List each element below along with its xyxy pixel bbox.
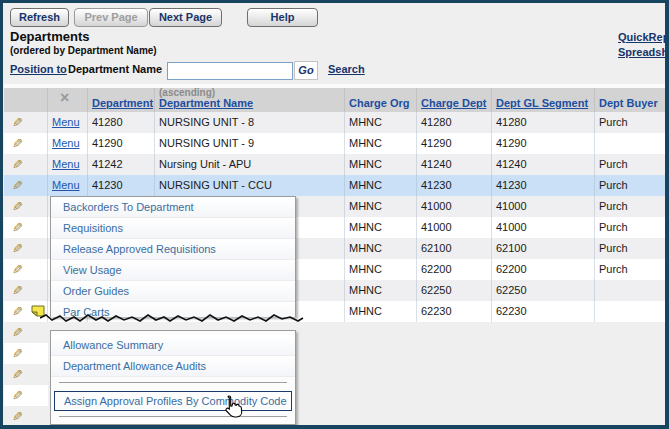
cell-charge-org: MHNC: [345, 154, 417, 175]
header-charge-org: Charge Org: [349, 97, 410, 109]
edit-pencil-icon[interactable]: ✎: [12, 259, 23, 280]
cell-dept-buyer: Purch: [595, 112, 665, 133]
position-to-link[interactable]: Position to: [10, 63, 67, 75]
row-menu-link[interactable]: Menu: [52, 137, 80, 149]
edit-pencil-icon[interactable]: ✎: [12, 217, 23, 238]
menu-item-department-allowance-audits[interactable]: Department Allowance Audits: [51, 356, 295, 377]
header-department-name[interactable]: Department Name: [159, 97, 253, 109]
cell-charge-dept: 62200: [417, 259, 492, 280]
app-window: Refresh Prev Page Next Page Help Departm…: [0, 0, 669, 429]
menu-item-backorders[interactable]: Backorders To Department: [51, 197, 295, 218]
spreadsheet-link[interactable]: Spreadsh: [618, 46, 667, 58]
search-link[interactable]: Search: [328, 63, 365, 75]
cell-dept-buyer: Purch: [595, 175, 665, 196]
cell-charge-dept: 41240: [417, 154, 492, 175]
edit-pencil-icon[interactable]: ✎: [12, 322, 23, 343]
cell-department: 41230: [88, 175, 155, 196]
edit-pencil-icon[interactable]: ✎: [12, 133, 23, 154]
cell-charge-dept: 41230: [417, 175, 492, 196]
help-button[interactable]: Help: [247, 8, 318, 27]
cell-charge-dept: 41000: [417, 217, 492, 238]
cell-charge-dept: 62230: [417, 301, 492, 322]
edit-pencil-icon[interactable]: ✎: [12, 280, 23, 301]
menu-item-allowance-summary[interactable]: Allowance Summary: [51, 335, 295, 356]
cell-charge-dept: 41290: [417, 133, 492, 154]
menu-item-view-usage[interactable]: View Usage: [51, 260, 295, 281]
cell-gl-segment: 41000: [492, 217, 595, 238]
cell-charge-dept: 62100: [417, 238, 492, 259]
next-page-button[interactable]: Next Page: [149, 8, 222, 27]
context-menu-top: Backorders To Department Requisitions Re…: [50, 196, 296, 317]
edit-pencil-icon[interactable]: ✎: [12, 112, 23, 133]
cell-dept-buyer: [595, 280, 665, 301]
cell-department: 41280: [88, 112, 155, 133]
cell-dept-buyer: Purch: [595, 238, 665, 259]
cell-charge-org: MHNC: [345, 301, 417, 322]
cell-gl-segment: 62200: [492, 259, 595, 280]
cell-dept-buyer: [595, 133, 665, 154]
cell-gl-segment: 41280: [492, 112, 595, 133]
header-charge-dept[interactable]: Charge Dept: [421, 97, 486, 109]
prev-page-button: Prev Page: [74, 8, 148, 27]
cell-gl-segment: 41240: [492, 154, 595, 175]
row-menu-link-open[interactable]: Menu: [52, 179, 80, 191]
cell-department-name: NURSING UNIT - 8: [155, 112, 345, 133]
cell-department-name: Nursing Unit - APU: [155, 154, 345, 175]
refresh-button[interactable]: Refresh: [10, 8, 69, 27]
cell-gl-segment: 41290: [492, 133, 595, 154]
note-icon[interactable]: [30, 304, 46, 318]
go-button[interactable]: Go: [294, 61, 318, 80]
cell-charge-org: MHNC: [345, 175, 417, 196]
quick-report-link[interactable]: QuickRep: [618, 31, 667, 43]
cell-dept-buyer: [595, 301, 665, 322]
cell-gl-segment: 41000: [492, 196, 595, 217]
menu-item-requisitions[interactable]: Requisitions: [51, 218, 295, 239]
cell-charge-dept: 41000: [417, 196, 492, 217]
page-title: Departments: [10, 29, 89, 44]
cell-gl-segment: 62100: [492, 238, 595, 259]
table-row: ✎ Menu 41290 NURSING UNIT - 9 MHNC 41290…: [4, 133, 665, 154]
edit-pencil-icon[interactable]: ✎: [12, 343, 23, 364]
edit-pencil-icon[interactable]: ✎: [12, 406, 23, 427]
header-dept-buyer: Dept Buyer: [599, 97, 658, 109]
cell-gl-segment: 41230: [492, 175, 595, 196]
menu-item-assign-approval-profiles[interactable]: Assign Approval Profiles By Commodity Co…: [54, 391, 292, 411]
header-gl-segment[interactable]: Dept GL Segment: [496, 97, 588, 109]
context-menu-bottom: Allowance Summary Department Allowance A…: [50, 330, 296, 425]
cell-charge-org: MHNC: [345, 112, 417, 133]
position-input[interactable]: [167, 62, 293, 80]
cell-charge-dept: 41280: [417, 112, 492, 133]
table-row: ✎ Menu 41280 NURSING UNIT - 8 MHNC 41280…: [4, 112, 665, 133]
header-department[interactable]: Department: [92, 97, 153, 109]
edit-pencil-icon[interactable]: ✎: [12, 301, 23, 322]
edit-pencil-icon[interactable]: ✎: [12, 238, 23, 259]
cell-department: 41242: [88, 154, 155, 175]
menu-item-order-guides[interactable]: Order Guides: [51, 281, 295, 302]
position-field-label: Department Name: [68, 63, 162, 75]
cell-charge-org: MHNC: [345, 280, 417, 301]
edit-pencil-icon[interactable]: ✎: [12, 175, 23, 196]
edit-pencil-icon[interactable]: ✎: [12, 364, 23, 385]
cell-department: 41290: [88, 133, 155, 154]
cell-gl-segment: 62230: [492, 301, 595, 322]
row-menu-link[interactable]: Menu: [52, 116, 80, 128]
remove-x-icon[interactable]: ×: [60, 89, 69, 107]
cell-gl-segment: 62250: [492, 280, 595, 301]
menu-item-release-approved-requisitions[interactable]: Release Approved Requisitions: [51, 239, 295, 260]
cell-charge-org: MHNC: [345, 133, 417, 154]
edit-pencil-icon[interactable]: ✎: [12, 154, 23, 175]
table-row-selected: ✎ Menu 41230 NURSING UNIT - CCU MHNC 412…: [4, 175, 665, 196]
menu-separator: [59, 416, 287, 420]
cell-dept-buyer: Purch: [595, 154, 665, 175]
edit-pencil-icon[interactable]: ✎: [12, 196, 23, 217]
table-row: ✎ Menu 41242 Nursing Unit - APU MHNC 412…: [4, 154, 665, 175]
edit-pencil-icon[interactable]: ✎: [12, 385, 23, 406]
cell-dept-buyer: Purch: [595, 217, 665, 238]
menu-item-par-carts[interactable]: Par Carts: [51, 302, 295, 317]
cell-charge-org: MHNC: [345, 217, 417, 238]
cell-charge-org: MHNC: [345, 238, 417, 259]
row-menu-link[interactable]: Menu: [52, 158, 80, 170]
cell-charge-dept: 62250: [417, 280, 492, 301]
page-subtitle: (ordered by Department Name): [10, 45, 157, 56]
cell-department-name: NURSING UNIT - 9: [155, 133, 345, 154]
